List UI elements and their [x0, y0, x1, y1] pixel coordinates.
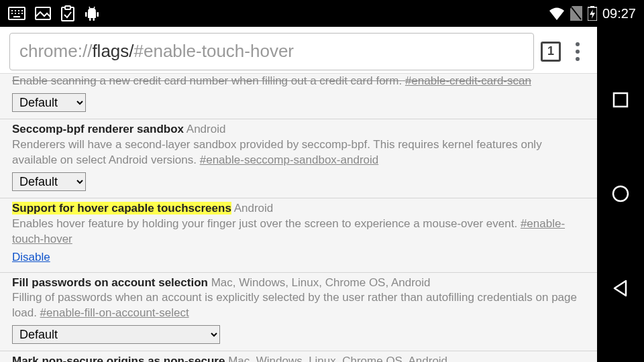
dot-icon — [576, 42, 580, 46]
flag-anchor[interactable]: #enable-seccomp-sandbox-android — [200, 154, 379, 166]
flag-title: Fill passwords on account selection — [12, 276, 208, 289]
flag-disable-link[interactable]: Disable — [12, 250, 50, 265]
svg-rect-22 — [590, 6, 594, 7]
flag-item-touch-hover: Support for hover capable touchscreens A… — [0, 198, 597, 273]
wifi-icon — [549, 7, 565, 20]
flag-description: Renderers will have a second-layer sandb… — [12, 137, 585, 168]
flag-title: Seccomp-bpf renderer sandbox — [12, 123, 184, 135]
svg-point-25 — [613, 186, 628, 201]
flag-title: Support for hover capable touchscreens — [12, 202, 231, 215]
flags-page-content[interactable]: Enable scanning a new credit card number… — [0, 74, 597, 362]
clipboard-icon — [60, 5, 75, 21]
home-button[interactable] — [610, 184, 631, 204]
omnibox[interactable]: chrome://flags/#enable-touch-hover — [9, 33, 534, 70]
svg-rect-24 — [614, 93, 627, 107]
android-status-bar: 09:27 — [0, 0, 644, 27]
svg-line-15 — [94, 7, 95, 9]
svg-rect-13 — [88, 11, 96, 18]
android-icon — [85, 6, 99, 21]
tab-count-label: 1 — [547, 44, 554, 58]
tab-switcher-button[interactable]: 1 — [541, 42, 561, 62]
url-scheme: chrome:// — [19, 41, 92, 62]
no-sim-icon — [570, 6, 582, 21]
svg-rect-17 — [97, 12, 99, 17]
flag-item-seccomp: Seccomp-bpf renderer sandbox Android Ren… — [0, 119, 597, 198]
flag-description: Enables hover feature by holding your fi… — [12, 217, 585, 247]
status-left-icons — [8, 5, 99, 21]
flag-platforms: Android — [186, 123, 226, 135]
image-icon — [35, 7, 51, 20]
svg-marker-23 — [590, 9, 595, 19]
battery-icon — [588, 6, 597, 21]
flag-anchor[interactable]: #enable-credit-card-scan — [405, 74, 531, 87]
svg-rect-10 — [36, 7, 50, 19]
flag-description: Enable scanning a new credit card number… — [12, 74, 585, 89]
flag-select[interactable]: Default — [12, 325, 220, 344]
android-nav-bar — [597, 27, 644, 362]
flag-select[interactable]: Default — [12, 93, 86, 112]
flag-anchor[interactable]: #enable-fill-on-account-select — [40, 306, 189, 319]
clock-text: 09:27 — [602, 6, 636, 21]
svg-marker-26 — [614, 281, 626, 296]
back-button[interactable] — [611, 279, 630, 298]
url-host: flags/ — [92, 41, 133, 62]
recents-button[interactable] — [612, 91, 629, 109]
status-right-icons: 09:27 — [549, 6, 636, 21]
flag-item-credit-card-scan: Enable scanning a new credit card number… — [0, 74, 597, 119]
flag-platforms: Mac, Windows, Linux, Chrome OS, Android — [228, 355, 447, 362]
svg-line-14 — [89, 7, 90, 9]
svg-rect-16 — [85, 12, 87, 17]
flag-platforms: Mac, Windows, Linux, Chrome OS, Android — [211, 276, 431, 289]
svg-rect-19 — [93, 18, 95, 21]
flag-title: Mark non-secure origins as non-secure — [12, 355, 225, 362]
url-fragment: #enable-touch-hover — [134, 41, 294, 62]
flag-item-fill-passwords: Fill passwords on account selection Mac,… — [0, 273, 597, 352]
keyboard-icon — [8, 7, 25, 20]
flag-platforms: Android — [234, 202, 274, 215]
overflow-menu-button[interactable] — [568, 42, 588, 61]
flag-select[interactable]: Default — [12, 172, 86, 191]
dot-icon — [576, 57, 580, 61]
flag-item-non-secure: Mark non-secure origins as non-secure Ma… — [0, 351, 597, 362]
toolbar: chrome://flags/#enable-touch-hover 1 — [0, 27, 597, 74]
svg-rect-12 — [65, 6, 70, 9]
flag-description: Filling of passwords when an account is … — [12, 290, 585, 321]
svg-rect-18 — [89, 18, 91, 21]
chrome-viewport: chrome://flags/#enable-touch-hover 1 Ena… — [0, 27, 597, 362]
dot-icon — [576, 50, 580, 54]
